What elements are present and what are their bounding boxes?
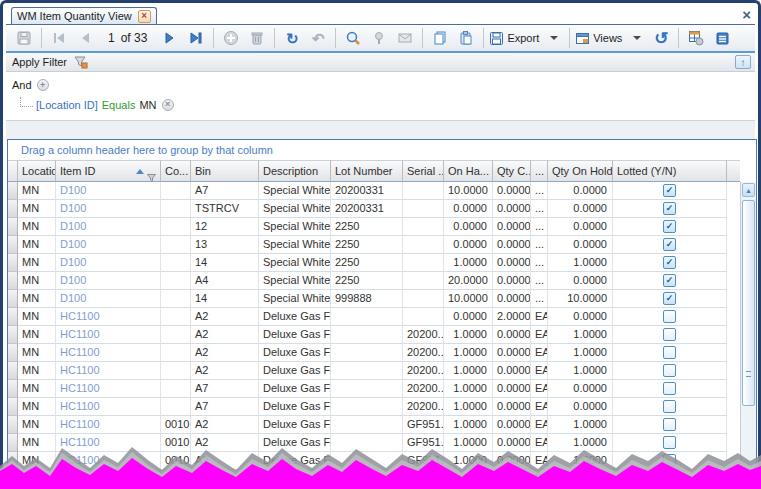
refresh-button[interactable]: ↻ [280,27,304,49]
add-condition-icon[interactable]: + [37,79,49,91]
row-indicator[interactable] [8,236,18,254]
column-header-qty-on-hold[interactable]: Qty On Hold [548,160,613,182]
column-header-co[interactable]: Co... [161,160,191,182]
cell-item-id[interactable]: D100 [56,200,161,218]
copy-button[interactable] [428,27,452,49]
cell-item-id[interactable]: HC1100 [56,326,161,344]
row-indicator[interactable] [8,290,18,308]
undo-button[interactable]: ↶ [306,27,330,49]
first-record-button[interactable] [47,27,71,49]
export-dropdown-icon[interactable] [550,36,558,40]
cell-item-id[interactable]: D100 [56,272,161,290]
next-record-button[interactable] [158,27,182,49]
column-header-on-hand[interactable]: On Ha... [444,160,493,182]
previous-record-button[interactable] [73,27,97,49]
views-dropdown-icon[interactable] [633,36,641,40]
cell-item-id[interactable]: HC1100 [56,344,161,362]
checkbox-checked[interactable]: ✓ [663,256,676,269]
tab-close-icon[interactable]: × [138,10,151,23]
views-button[interactable]: Views [575,27,647,49]
row-indicator[interactable] [8,452,18,470]
checkbox-unchecked[interactable] [663,328,676,341]
export-button[interactable]: Export [489,27,564,49]
column-filter-icon[interactable] [147,168,156,182]
checkbox-unchecked[interactable] [663,436,676,449]
cell-item-id[interactable]: HC1100 [56,398,161,416]
paste-button[interactable] [454,27,478,49]
tab-wm-item-quantity-view[interactable]: WM Item Quantity View × [11,7,157,24]
attachment-button[interactable] [367,27,391,49]
checkbox-unchecked[interactable] [663,418,676,431]
row-indicator[interactable] [8,344,18,362]
window-close-icon[interactable]: × [742,6,751,23]
checkbox-checked[interactable]: ✓ [663,238,676,251]
cell-item-id[interactable]: D100 [56,182,161,200]
cell-item-id[interactable]: D100 [56,218,161,236]
column-header-serial[interactable]: Serial ... [403,160,444,182]
checkbox-unchecked[interactable] [663,454,676,467]
checkbox-checked[interactable]: ✓ [663,184,676,197]
row-indicator[interactable] [8,416,18,434]
grid-settings-button[interactable] [684,27,708,49]
mail-button[interactable] [393,27,417,49]
column-header-uom[interactable]: ... [531,160,548,182]
column-header-description[interactable]: Description [259,160,331,182]
cell-item-id[interactable]: HC1100 [56,470,161,488]
checkbox-checked[interactable]: ✓ [663,292,676,305]
checkbox-checked[interactable]: ✓ [663,220,676,233]
column-header-item-id[interactable]: Item ID [56,160,161,182]
filter-value[interactable]: MN [139,99,156,111]
row-indicator[interactable] [8,398,18,416]
preview-button[interactable] [341,27,365,49]
filter-funnel-icon[interactable] [73,55,89,69]
column-header-bin[interactable]: Bin [191,160,259,182]
scrollbar-thumb[interactable] [742,200,755,406]
save-button[interactable] [12,27,36,49]
column-header-location[interactable]: Locatio... [18,160,56,182]
add-record-button[interactable] [219,27,243,49]
row-indicator[interactable] [8,272,18,290]
cell-item-id[interactable]: HC1100 [56,380,161,398]
row-indicator[interactable] [8,380,18,398]
row-indicator[interactable] [8,308,18,326]
filter-operator[interactable]: Equals [102,99,136,111]
column-header-qty-c[interactable]: Qty C... [493,160,531,182]
reset-layout-button[interactable]: ↺ [649,27,673,49]
row-indicator[interactable] [8,434,18,452]
cell-item-id[interactable]: HC1100 [56,362,161,380]
row-indicator[interactable] [8,326,18,344]
checkbox-unchecked[interactable] [663,400,676,413]
cell-item-id[interactable]: HC1100 [56,452,161,470]
checkbox-checked[interactable]: ✓ [663,202,676,215]
filter-group-operator[interactable]: And [12,79,32,91]
column-header-lotted[interactable]: Lotted (Y/N) [613,160,727,182]
delete-record-button[interactable] [245,27,269,49]
checkbox-unchecked[interactable] [663,310,676,323]
record-position[interactable]: 1 [108,31,115,45]
vertical-scrollbar[interactable]: ▲ [740,182,756,489]
row-indicator[interactable] [8,362,18,380]
filter-field[interactable]: [Location ID] [36,99,98,111]
cell-item-id[interactable]: HC1100 [56,308,161,326]
row-indicator[interactable] [8,182,18,200]
checkbox-unchecked[interactable] [663,382,676,395]
collapse-filter-button[interactable]: ↑ [735,55,751,69]
cell-item-id[interactable]: D100 [56,290,161,308]
cell-item-id[interactable]: D100 [56,254,161,272]
checkbox-unchecked[interactable] [663,346,676,359]
checkbox-unchecked[interactable] [663,364,676,377]
row-indicator[interactable] [8,218,18,236]
remove-condition-icon[interactable]: × [162,99,174,111]
cell-item-id[interactable]: D100 [56,236,161,254]
scroll-up-button[interactable]: ▲ [742,183,755,197]
row-indicator[interactable] [8,254,18,272]
checkbox-unchecked[interactable] [663,472,676,485]
column-header-lot[interactable]: Lot Number [331,160,403,182]
layout-button[interactable] [710,27,734,49]
last-record-button[interactable] [184,27,208,49]
group-by-panel[interactable]: Drag a column header here to group by th… [8,140,756,160]
row-indicator[interactable] [8,470,18,488]
checkbox-checked[interactable]: ✓ [663,274,676,287]
cell-item-id[interactable]: HC1100 [56,416,161,434]
cell-item-id[interactable]: HC1100 [56,434,161,452]
